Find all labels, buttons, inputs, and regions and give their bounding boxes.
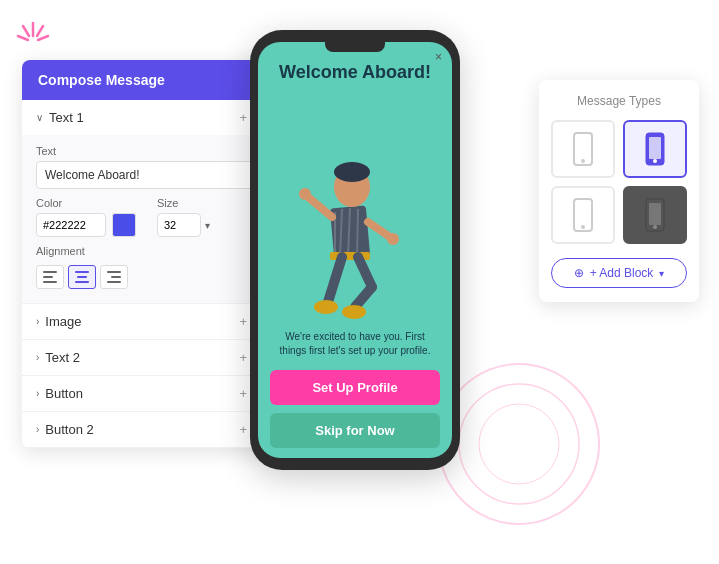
svg-line-2 <box>23 26 29 36</box>
button-chevron-icon: › <box>36 388 39 399</box>
button-section-header[interactable]: › Button + ⋮ <box>22 376 282 411</box>
svg-point-26 <box>299 188 311 200</box>
phone-outline-icon-3 <box>572 198 594 232</box>
text1-chevron-icon: ∨ <box>36 112 43 123</box>
phone-btn-secondary[interactable]: Skip for Now <box>270 413 440 448</box>
color-input[interactable] <box>36 213 106 237</box>
phone-btn-primary[interactable]: Set Up Profile <box>270 370 440 405</box>
svg-line-21 <box>357 209 358 257</box>
image-add-icon[interactable]: + <box>239 314 247 329</box>
svg-rect-42 <box>649 203 661 225</box>
svg-rect-14 <box>107 271 121 273</box>
text2-section-title: › Text 2 <box>36 350 80 365</box>
button-section: › Button + ⋮ <box>22 376 282 412</box>
phone-notch <box>325 42 385 52</box>
image-chevron-icon: › <box>36 316 39 327</box>
phone-dark-icon-4 <box>644 198 666 232</box>
button2-section: › Button 2 + ⋮ <box>22 412 282 448</box>
message-types-title: Message Types <box>551 94 687 108</box>
image-section-header[interactable]: › Image + ⋮ <box>22 304 282 339</box>
phone-image-area <box>258 87 452 322</box>
svg-rect-13 <box>75 281 89 283</box>
phone-filled-icon-2 <box>644 132 666 166</box>
svg-point-43 <box>653 225 657 229</box>
compose-panel-body: ∨ Text 1 + ⋮ Text Color <box>22 100 282 448</box>
button2-label: Button 2 <box>45 422 93 437</box>
svg-point-28 <box>387 233 399 245</box>
text-field-label: Text <box>36 145 268 157</box>
text2-add-icon[interactable]: + <box>239 350 247 365</box>
msg-type-phone-1[interactable] <box>551 120 615 178</box>
text1-section-title: ∨ Text 1 <box>36 110 84 125</box>
svg-point-32 <box>314 300 338 314</box>
msg-type-phone-4-dark[interactable] <box>623 186 687 244</box>
svg-point-38 <box>653 159 657 163</box>
svg-rect-11 <box>75 271 89 273</box>
text1-section-header[interactable]: ∨ Text 1 + ⋮ <box>22 100 282 135</box>
size-input[interactable] <box>157 213 201 237</box>
compose-panel-title: Compose Message <box>38 72 165 88</box>
button-label: Button <box>45 386 83 401</box>
svg-rect-15 <box>111 276 121 278</box>
phone-body-text: We're excited to have you. First things … <box>258 322 452 366</box>
add-block-label: + Add Block <box>590 266 654 280</box>
text1-add-icon[interactable]: + <box>239 110 247 125</box>
image-section: › Image + ⋮ <box>22 304 282 340</box>
svg-line-27 <box>368 222 390 237</box>
msg-type-phone-2-active[interactable] <box>623 120 687 178</box>
svg-point-40 <box>581 225 585 229</box>
svg-rect-16 <box>107 281 121 283</box>
text-field-input[interactable] <box>36 161 268 189</box>
add-block-button[interactable]: ⊕ + Add Block ▾ <box>551 258 687 288</box>
text1-label: Text 1 <box>49 110 84 125</box>
svg-rect-9 <box>43 276 53 278</box>
phone-screen: × Welcome Aboard! <box>258 42 452 458</box>
phone-outer: × Welcome Aboard! <box>250 30 460 470</box>
text2-chevron-icon: › <box>36 352 39 363</box>
svg-line-25 <box>308 197 332 217</box>
button2-add-icon[interactable]: + <box>239 422 247 437</box>
align-left-btn[interactable] <box>36 265 64 289</box>
phone-outline-icon-1 <box>572 132 594 166</box>
svg-point-33 <box>342 305 366 319</box>
msg-type-phone-3[interactable] <box>551 186 615 244</box>
alignment-label: Alignment <box>36 245 268 257</box>
svg-line-4 <box>38 36 48 40</box>
svg-line-3 <box>18 36 28 40</box>
compose-panel-header: Compose Message <box>22 60 282 100</box>
image-section-title: › Image <box>36 314 81 329</box>
svg-point-6 <box>459 384 579 504</box>
color-swatch[interactable] <box>112 213 136 237</box>
svg-rect-12 <box>77 276 87 278</box>
text2-section: › Text 2 + ⋮ <box>22 340 282 376</box>
phone-close-btn[interactable]: × <box>435 50 442 64</box>
person-illustration <box>290 157 420 322</box>
button2-section-header[interactable]: › Button 2 + ⋮ <box>22 412 282 447</box>
svg-line-29 <box>328 257 342 302</box>
message-types-panel: Message Types <box>539 80 699 302</box>
button-section-title: › Button <box>36 386 83 401</box>
text1-expanded-content: Text Color Size ▾ <box>22 135 282 303</box>
text2-section-header[interactable]: › Text 2 + ⋮ <box>22 340 282 375</box>
button-add-icon[interactable]: + <box>239 386 247 401</box>
text2-label: Text 2 <box>45 350 80 365</box>
svg-point-7 <box>479 404 559 484</box>
alignment-row <box>36 265 268 289</box>
svg-point-5 <box>439 364 599 524</box>
message-types-grid <box>551 120 687 244</box>
color-group: Color <box>36 197 147 237</box>
svg-rect-8 <box>43 271 57 273</box>
size-arrow-icon[interactable]: ▾ <box>205 220 210 231</box>
color-row <box>36 213 147 237</box>
image-label: Image <box>45 314 81 329</box>
align-center-btn[interactable] <box>68 265 96 289</box>
button2-section-title: › Button 2 <box>36 422 94 437</box>
svg-rect-37 <box>649 137 661 159</box>
align-right-btn[interactable] <box>100 265 128 289</box>
color-size-row: Color Size ▾ <box>36 197 268 237</box>
phone-mockup: × Welcome Aboard! <box>250 30 460 470</box>
color-field-label: Color <box>36 197 147 209</box>
svg-line-31 <box>355 287 372 307</box>
add-block-chevron-icon: ▾ <box>659 268 664 279</box>
text1-section: ∨ Text 1 + ⋮ Text Color <box>22 100 282 304</box>
